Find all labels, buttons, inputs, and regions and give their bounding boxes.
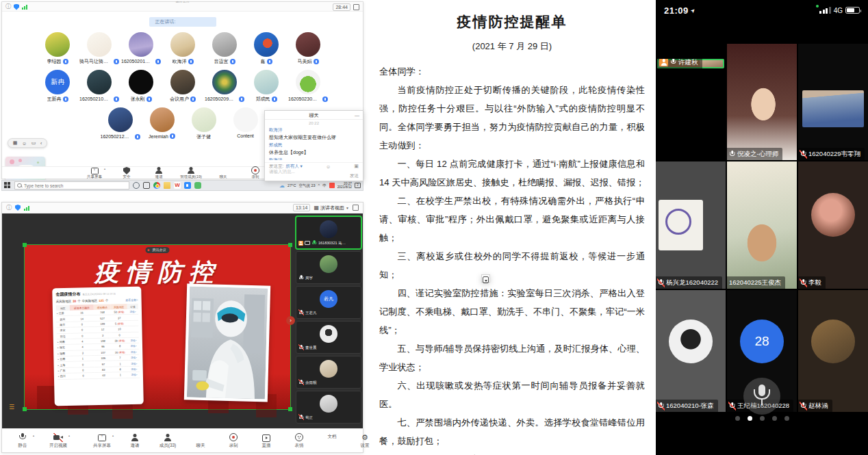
participant-cell[interactable]: 音适宜: [204, 32, 246, 69]
popout-icon[interactable]: ▣: [354, 164, 359, 169]
toolbar-button[interactable]: ▴ 表情: [287, 433, 311, 449]
collapse-icon[interactable]: ‹: [40, 141, 42, 146]
toolbar-button[interactable]: ▴ 聊天: [188, 433, 213, 449]
toolbar-button[interactable]: ▴ 文档: [320, 433, 344, 449]
participant-cell[interactable]: 马美娟: [288, 32, 329, 69]
video-tile[interactable]: 董世晨: [296, 321, 361, 354]
notification-icon[interactable]: 2: [355, 183, 361, 188]
participant-cell[interactable]: 郑成民: [246, 70, 288, 107]
toolbar-button[interactable]: ▴ 静音: [10, 433, 35, 449]
chrome-icon[interactable]: [153, 182, 160, 189]
video-tile[interactable]: 余雨桐: [296, 356, 361, 389]
avatar: [233, 107, 258, 132]
caret-icon[interactable]: ▴: [112, 434, 114, 437]
participant-cell[interactable]: 162050209周笠…: [204, 70, 246, 107]
video-tile[interactable]: 162040229韦零翔: [798, 44, 868, 160]
message-icon[interactable]: ▭: [31, 140, 36, 146]
start-button[interactable]: [4, 182, 11, 189]
fullscreen-icon[interactable]: [353, 4, 359, 10]
toolbar-button[interactable]: ▴ 邀请: [147, 166, 170, 179]
info-icon[interactable]: ⓘ: [6, 205, 12, 211]
video-tile[interactable]: 荀正: [296, 391, 361, 424]
mic-icon: [299, 415, 303, 420]
send-button[interactable]: 发送: [350, 173, 359, 179]
video-tile[interactable]: 周宇: [296, 251, 361, 284]
weather-icon[interactable]: ☁: [279, 183, 285, 189]
toolbar-button[interactable]: ▴ 录制: [221, 433, 246, 449]
chat-input[interactable]: 请输入消息...: [269, 169, 295, 175]
grid-icon[interactable]: ▦: [13, 140, 18, 146]
participant-cell[interactable]: Jeremiah: [141, 107, 183, 144]
view-all-link[interactable]: 查看全部>: [125, 298, 138, 302]
video-tile[interactable]: 李毅: [798, 161, 868, 289]
participant-cell[interactable]: 会议用户: [162, 70, 204, 107]
video-tile[interactable]: 若凡 王若凡: [296, 286, 361, 319]
participant-cell[interactable]: 鑫: [246, 32, 288, 69]
participant-cell[interactable]: 骑马马让骑马马…: [79, 32, 120, 69]
caret-icon[interactable]: ▴: [104, 167, 105, 170]
wechat-icon[interactable]: [194, 182, 201, 189]
mic-badge-icon: [155, 59, 161, 64]
wps-icon[interactable]: W: [174, 182, 181, 189]
unmute-button[interactable]: [743, 378, 780, 415]
participant-cell[interactable]: Content: [225, 107, 266, 144]
toolbar-button[interactable]: ▴ 成员(33): [155, 433, 180, 449]
sogou-icon[interactable]: [329, 183, 335, 188]
fullscreen-icon[interactable]: [353, 205, 359, 211]
video-tile[interactable]: 161830321 马…: [296, 216, 361, 249]
taskbar-search[interactable]: Type here to search: [14, 181, 129, 190]
video-tile[interactable]: 许建秋: [657, 59, 724, 68]
view-selector[interactable]: ▦ 演讲者视图 ▼: [314, 205, 349, 211]
toolbar-button[interactable]: ▴ 共享屏幕: [83, 166, 106, 179]
avatar: [811, 193, 855, 237]
participant-cell[interactable]: 162050201郭雅…: [120, 32, 162, 69]
ime-indicator[interactable]: 中: [322, 183, 327, 188]
avatar: [254, 70, 279, 94]
floating-toolbar[interactable]: ▦ ☺ ▭ ‹: [8, 138, 47, 148]
emoji-icon[interactable]: ☺: [22, 141, 27, 146]
video-tile[interactable]: 杨兴龙162040222: [656, 161, 726, 289]
participant-cell[interactable]: 张子健: [183, 107, 225, 144]
participant-cell[interactable]: 张永刚: [120, 70, 162, 107]
emoji-picker-icon[interactable]: ☺: [326, 164, 331, 169]
annotation-menu-icon[interactable]: ☰: [9, 404, 14, 411]
toolbar-button[interactable]: ▴ 管理成员(19): [179, 166, 203, 179]
cortana-icon[interactable]: [133, 182, 140, 189]
file-explorer-icon[interactable]: [164, 182, 170, 189]
phone-screenshot: 21:09 ➤ 4G 许建秋: [656, 0, 868, 455]
toolbar-button[interactable]: ▴ 邀请: [123, 433, 147, 449]
video-tile[interactable]: 162040225王俊杰: [727, 161, 797, 289]
participant-cell[interactable]: 新冉 王新冉: [37, 70, 79, 107]
toolbar-button[interactable]: ▴ 录制: [244, 166, 267, 179]
participant-cell[interactable]: 欧海洋: [162, 32, 204, 69]
toolbar-button[interactable]: ▴ 安全: [115, 166, 138, 179]
participant-cell[interactable]: 162050212李宇…: [99, 107, 141, 144]
security-shield-icon[interactable]: [14, 4, 19, 10]
video-tile[interactable]: 162040210-张森: [656, 290, 726, 412]
tray-expand[interactable]: ^: [318, 183, 320, 187]
participant-cell[interactable]: 李绍园: [37, 32, 79, 69]
video-tile[interactable]: 倪凌之-心理师: [727, 44, 797, 160]
avatar: [212, 70, 237, 94]
caret-icon[interactable]: ▴: [33, 434, 34, 437]
video-tile[interactable]: 赵林涵: [798, 290, 868, 412]
caret-icon[interactable]: ▴: [68, 434, 70, 437]
participant-name: 162050210憨宝…: [79, 96, 112, 103]
task-view-icon[interactable]: [143, 182, 150, 189]
participant-cell[interactable]: 162050210憨宝…: [79, 70, 120, 107]
security-shield-icon[interactable]: [15, 205, 21, 211]
minimize-icon[interactable]: —: [355, 111, 359, 120]
toolbar-button[interactable]: ▴ 共享屏幕: [90, 433, 114, 449]
chat-message: 郑成民 休养生息【doge】: [269, 142, 359, 156]
participant-cell[interactable]: 162050230李竟…: [288, 70, 329, 107]
toolbar-button[interactable]: ▴ 开启视频: [46, 433, 71, 449]
participant-name: 音适宜: [214, 58, 229, 65]
sidebar-collapse-arrow[interactable]: ›: [286, 316, 295, 325]
toolbar-button[interactable]: ▴ 直播: [254, 433, 279, 449]
toolbar-button[interactable]: ▴ 聊天: [212, 166, 235, 179]
tencent-meeting-icon[interactable]: [184, 182, 191, 189]
participant-name: 162050212李宇…: [101, 133, 133, 140]
meeting-toolbar: ▴ 静音 ▴ 开启视频 ▴ 共享屏幕 ▴: [2, 428, 363, 452]
info-icon[interactable]: ⓘ: [5, 4, 11, 10]
participant-name: 余雨桐: [305, 380, 317, 385]
